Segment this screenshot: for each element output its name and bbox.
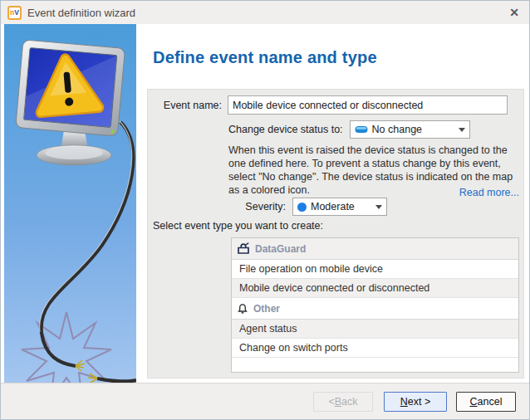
select-event-type-label: Select event type you want to create: — [153, 220, 323, 232]
device-status-dropdown[interactable]: No change — [350, 120, 470, 139]
dropdown-arrow-icon — [375, 205, 382, 209]
title-bar: nV Event definition wizard ✕ — [1, 1, 529, 24]
page-title: Define event name and type — [153, 48, 529, 67]
severity-label: Severity: — [237, 201, 286, 212]
event-type-group-dataguard: DataGuard — [232, 238, 518, 260]
wizard-body: Define event name and type Event name: C… — [1, 24, 529, 383]
event-type-item-switch-ports[interactable]: Change on switch ports — [232, 339, 518, 358]
event-name-label: Event name: — [148, 100, 228, 111]
sidebar-illustration — [4, 24, 136, 383]
back-button[interactable]: < Back — [313, 392, 373, 412]
severity-dropdown[interactable]: Moderate — [292, 198, 387, 216]
event-type-group-other: Other — [232, 298, 518, 320]
next-button[interactable]: Next > — [384, 392, 447, 412]
read-more-link[interactable]: Read more... — [459, 187, 519, 198]
footer-bar: < Back Next > Cancel — [1, 383, 529, 419]
device-icon — [355, 125, 368, 134]
main-content: Define event name and type Event name: C… — [136, 24, 529, 383]
event-name-input[interactable] — [228, 95, 508, 115]
severity-value: Moderate — [311, 201, 371, 212]
form-panel: Event name: Change device status to: No … — [147, 89, 524, 378]
severity-dot-icon — [297, 203, 307, 212]
close-icon[interactable]: ✕ — [509, 7, 519, 18]
dataguard-icon — [237, 242, 250, 255]
monitor-warning-illustration — [4, 24, 136, 383]
event-type-item-file-operation[interactable]: File operation on mobile device — [232, 260, 518, 279]
bell-icon — [237, 303, 248, 315]
event-type-item-mobile-device[interactable]: Mobile device connected or disconnected — [232, 279, 518, 298]
cancel-button[interactable]: Cancel — [456, 392, 516, 412]
event-type-listbox: DataGuard File operation on mobile devic… — [231, 237, 519, 373]
event-type-item-agent-status[interactable]: Agent status — [232, 320, 518, 339]
dropdown-arrow-icon — [459, 128, 465, 132]
window-title: Event definition wizard — [27, 7, 503, 19]
device-status-label: Change device status to: — [228, 124, 343, 135]
event-definition-wizard-window: nV Event definition wizard ✕ — [0, 0, 530, 420]
app-icon: nV — [7, 6, 22, 20]
device-status-value: No change — [372, 124, 454, 135]
